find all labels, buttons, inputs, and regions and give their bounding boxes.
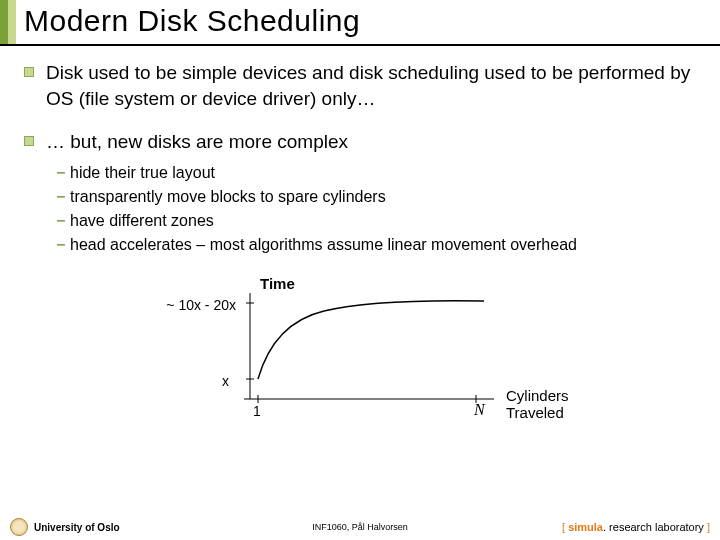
sub-bullet-text: hide their true layout (70, 161, 215, 185)
footer-left: University of Oslo (10, 518, 120, 536)
seek-time-chart: Time ~ 10x - 20x x 1 N Cylinders Travele… (154, 275, 584, 425)
chart-title: Time (260, 275, 295, 292)
university-seal-icon (10, 518, 28, 536)
slide-footer: University of Oslo INF1060, Pål Halvorse… (0, 514, 720, 540)
bullet-1: Disk used to be simple devices and disk … (24, 60, 696, 111)
brand-lab: . research laboratory (603, 521, 704, 533)
bullet-text: Disk used to be simple devices and disk … (46, 60, 696, 111)
title-accent (0, 0, 16, 44)
brand-simula: simula (568, 521, 603, 533)
sub-bullet: − transparently move blocks to spare cyl… (56, 185, 696, 209)
slide-title: Modern Disk Scheduling (16, 0, 360, 44)
bullet-2: … but, new disks are more complex − hide… (24, 129, 696, 257)
x-axis-label: Cylinders Traveled (506, 387, 584, 421)
y-tick-high: ~ 10x - 20x (136, 297, 236, 313)
footer-center-text: INF1060, Pål Halvorsen (312, 522, 408, 532)
y-tick-low: x (222, 373, 229, 389)
x-tick-N: N (474, 401, 485, 419)
dash-icon: − (56, 209, 70, 233)
bullet-text: … but, new disks are more complex (46, 129, 348, 155)
dash-icon: − (56, 233, 70, 257)
bracket-icon: ] (704, 521, 710, 533)
dash-icon: − (56, 161, 70, 185)
sub-bullet: − hide their true layout (56, 161, 696, 185)
square-bullet-icon (24, 67, 34, 77)
footer-left-text: University of Oslo (34, 522, 120, 533)
sub-bullet-list: − hide their true layout − transparently… (56, 161, 696, 257)
sub-bullet-text: transparently move blocks to spare cylin… (70, 185, 386, 209)
chart-svg (244, 293, 504, 405)
sub-bullet-text: have different zones (70, 209, 214, 233)
sub-bullet-text: head accelerates – most algorithms assum… (70, 233, 577, 257)
title-bar: Modern Disk Scheduling (0, 0, 720, 46)
dash-icon: − (56, 185, 70, 209)
sub-bullet: − head accelerates – most algorithms ass… (56, 233, 696, 257)
footer-right: [ simula. research laboratory ] (562, 521, 710, 533)
content-area: Disk used to be simple devices and disk … (0, 46, 720, 425)
x-tick-1: 1 (253, 403, 261, 419)
square-bullet-icon (24, 136, 34, 146)
sub-bullet: − have different zones (56, 209, 696, 233)
